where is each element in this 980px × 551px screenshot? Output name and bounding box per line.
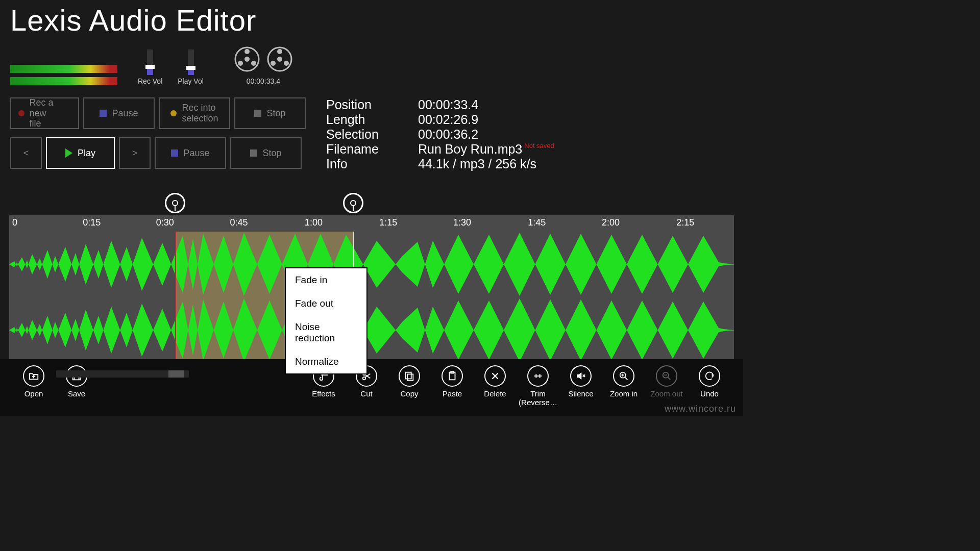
menu-fade-in[interactable]: Fade in	[286, 268, 366, 292]
menu-noise-reduction[interactable]: Noise reduction	[286, 315, 366, 350]
filename-label: Filename	[326, 142, 408, 157]
level-meters	[10, 65, 117, 85]
ruler-tick: 0:15	[83, 217, 101, 228]
open-button[interactable]: Open	[12, 365, 55, 398]
rec-into-selection-button[interactable]: Rec intoselection	[159, 97, 230, 129]
zoom-out-icon	[656, 365, 677, 387]
effects-context-menu: Fade in Fade out Noise reduction Normali…	[285, 267, 368, 374]
svg-point-2	[244, 49, 250, 54]
svg-point-4	[251, 61, 256, 66]
rec-volume-slider[interactable]	[147, 49, 153, 75]
length-value: 00:02:26.9	[418, 112, 554, 127]
zoom-in-button[interactable]: Zoom in	[602, 365, 645, 398]
info-panel: Position 00:00:33.4 Length 00:02:26.9 Se…	[326, 97, 554, 171]
svg-point-3	[238, 61, 243, 66]
menu-fade-out[interactable]: Fade out	[286, 292, 366, 315]
trim-button[interactable]: Trim(Reverse…	[517, 365, 559, 407]
playhead-cursor[interactable]	[175, 232, 176, 363]
rec-stop-button[interactable]: Stop	[234, 97, 306, 129]
svg-rect-14	[407, 374, 413, 381]
watermark: www.wincore.ru	[665, 404, 736, 414]
ruler-tick: 0:45	[230, 217, 248, 228]
svg-point-1	[244, 57, 250, 62]
ruler-tick: 2:00	[602, 217, 620, 228]
svg-rect-13	[406, 372, 411, 379]
trim-icon	[527, 365, 549, 387]
folder-up-icon	[23, 365, 44, 387]
length-label: Length	[326, 112, 408, 127]
ruler-tick: 1:00	[305, 217, 323, 228]
silence-button[interactable]: Silence	[559, 365, 602, 398]
level-bar-right	[10, 77, 117, 85]
copy-button[interactable]: Copy	[388, 365, 431, 398]
play-button[interactable]: Play	[46, 137, 115, 169]
svg-point-8	[271, 61, 276, 66]
delete-button[interactable]: Delete	[474, 365, 517, 398]
waveform-display[interactable]	[9, 232, 734, 363]
info-value: 44.1k / mp3 / 256 k/s	[418, 157, 554, 171]
zoom-in-icon	[613, 365, 634, 387]
zoom-out-button[interactable]: Zoom out	[645, 365, 688, 398]
elapsed-time: 00:00:33.4	[247, 77, 280, 85]
undo-icon	[699, 365, 720, 387]
svg-point-6	[277, 57, 282, 62]
ruler-tick: 2:15	[676, 217, 694, 228]
rec-pause-button[interactable]: Pause	[83, 97, 155, 129]
play-pause-button[interactable]: Pause	[155, 137, 226, 169]
info-label: Info	[326, 157, 408, 171]
time-ruler[interactable]: 0 0:15 0:30 0:45 1:00 1:15 1:30 1:45 2:0…	[9, 215, 734, 232]
svg-point-7	[277, 49, 282, 54]
position-value: 00:00:33.4	[418, 97, 554, 112]
horizontal-scrollbar[interactable]	[56, 370, 189, 378]
filename-value: Run Boy Run.mp3Not saved	[418, 142, 554, 157]
selection-end-marker[interactable]	[343, 193, 363, 213]
selection-start-marker[interactable]	[165, 193, 185, 213]
undo-button[interactable]: Undo	[688, 365, 731, 398]
svg-point-9	[284, 61, 289, 66]
speaker-mute-icon	[570, 365, 592, 387]
position-label: Position	[326, 97, 408, 112]
rec-new-file-button[interactable]: Rec a newfile	[10, 97, 79, 129]
seek-back-button[interactable]: <	[10, 137, 42, 169]
ruler-tick: 1:45	[528, 217, 546, 228]
app-title: Lexis Audio Editor	[0, 0, 743, 37]
menu-normalize[interactable]: Normalize	[286, 350, 366, 373]
ruler-tick: 1:15	[379, 217, 397, 228]
tape-reels-icon	[234, 46, 292, 74]
ruler-tick: 0	[12, 217, 17, 228]
selection-value: 00:00:36.2	[418, 127, 554, 142]
not-saved-badge: Not saved	[524, 142, 554, 149]
play-vol-label: Play Vol	[178, 77, 204, 85]
ruler-tick: 0:30	[156, 217, 174, 228]
app-bar: Open Save Effects Cut Copy Paste Delete …	[0, 359, 743, 416]
level-bar-left	[10, 65, 117, 73]
play-volume-slider[interactable]	[188, 49, 194, 75]
rec-vol-label: Rec Vol	[138, 77, 162, 85]
x-icon	[484, 365, 506, 387]
clipboard-icon	[442, 365, 463, 387]
selection-label: Selection	[326, 127, 408, 142]
play-stop-button[interactable]: Stop	[230, 137, 302, 169]
copy-icon	[399, 365, 420, 387]
seek-forward-button[interactable]: >	[119, 137, 151, 169]
ruler-tick: 1:30	[453, 217, 471, 228]
paste-button[interactable]: Paste	[431, 365, 474, 398]
